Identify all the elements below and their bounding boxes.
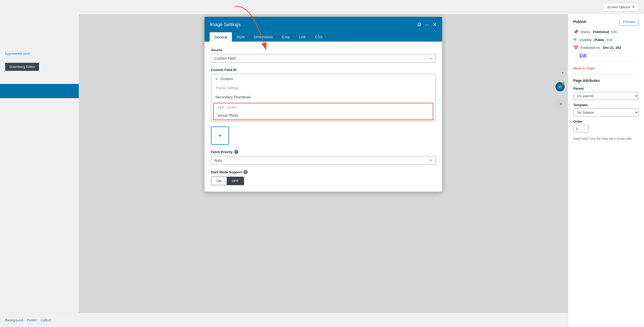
image-settings-modal: Image Settings ⚙ — ✕ General Style Dimen… (205, 17, 442, 192)
modal-header: Image Settings ⚙ — ✕ (205, 17, 442, 32)
toggle-off-button[interactable]: OFF (227, 177, 244, 185)
visibility-label: Visibility: (579, 38, 592, 42)
template-select[interactable]: No Sidebar (573, 108, 639, 116)
status-row: 📌 Status: Published Edit (573, 29, 639, 34)
acf-event-label: ACF – Event (217, 105, 237, 109)
modal-minimize-button[interactable]: — (425, 22, 429, 27)
tab-general[interactable]: General (210, 32, 232, 42)
add-button-wrapper: + (211, 127, 436, 145)
modal-overlay: Image Settings ⚙ — ✕ General Style Dimen… (79, 14, 568, 327)
custom-field-id-label: Custom Field ID (211, 68, 436, 72)
modal-gear-icon[interactable]: ⚙ (417, 21, 422, 28)
visibility-icon: 👁 (573, 37, 577, 42)
footer-link[interactable]: Footer (27, 318, 37, 322)
published-label: Published on: (580, 46, 601, 50)
status-icon: 📌 (573, 29, 578, 34)
dropdown-item-venue-photo[interactable]: Venue Photo (214, 111, 433, 120)
dropdown-item-secondary-thumbnail[interactable]: Secondary Thumbnail (211, 92, 435, 102)
right-sidebar: Publish Preview 📌 Status: Published Edit… (568, 14, 644, 327)
sidebar-divider-2 (573, 74, 639, 75)
screen-options-button[interactable]: Screen Options (603, 3, 639, 11)
visibility-row: 👁 Visibility: Public Edit (573, 37, 639, 42)
status-edit-link[interactable]: Edit (611, 30, 617, 34)
parent-select[interactable]: (no parent) (573, 92, 639, 100)
theme-settings-label: Theme Settings (215, 86, 239, 90)
order-input[interactable] (573, 125, 589, 133)
tab-crop[interactable]: Crop (277, 32, 294, 42)
dropdown-group-theme-settings: Theme Settings (211, 83, 435, 92)
tab-style[interactable]: Style (232, 32, 249, 42)
dark-mode-label: Dark Mode Support ? (211, 170, 436, 174)
source-label: Source (211, 48, 436, 52)
custom-label: Custom (221, 77, 233, 81)
parent-label: Parent (573, 87, 639, 90)
order-label: Order (573, 120, 639, 123)
highlighted-group: ACF – Event Venue Photo (213, 103, 433, 120)
modal-body: Source Custom Field Featured Image Media… (205, 42, 442, 192)
top-bar: Screen Options (0, 0, 644, 14)
background-link[interactable]: Background (5, 318, 23, 322)
tab-css[interactable]: CSS (310, 32, 327, 42)
status-label: Status: (580, 30, 591, 34)
publish-title: Publish (573, 20, 586, 24)
published-value: Dec 21, 202 (603, 46, 621, 50)
visibility-value: Public (594, 38, 604, 42)
bg-site-link[interactable]: hepowered.com/ (5, 52, 30, 56)
venue-photo-label: Venue Photo (217, 113, 238, 118)
move-to-trash-link[interactable]: Move to Trash (573, 66, 594, 70)
status-value: Published (593, 30, 609, 34)
dropdown-item-custom[interactable]: Custom (211, 74, 435, 83)
fetch-priority-help-icon[interactable]: ? (234, 150, 238, 154)
dark-mode-toggle-group: ON OFF (211, 177, 244, 185)
sidebar-help-text: Need help? Use the Help tab a screen tit… (573, 137, 639, 141)
toggle-on-button[interactable]: ON (211, 177, 227, 185)
gutenberg-editor-button[interactable]: Gutenberg Editor (5, 63, 39, 71)
custom-field-dropdown-list: Custom Theme Settings Secondary Thumbnai… (211, 74, 436, 121)
add-field-button[interactable]: + (211, 127, 229, 145)
published-edit-link[interactable]: Edit (579, 53, 587, 58)
tab-link[interactable]: Link (294, 32, 310, 42)
calendar-icon: 📅 (573, 45, 578, 50)
fetch-priority-select[interactable]: Auto High Low (211, 156, 436, 165)
template-label: Template (573, 103, 639, 107)
sidebar-divider-1 (573, 62, 639, 62)
preview-button[interactable]: Preview (619, 19, 639, 26)
bg-blue-bar (0, 84, 79, 98)
modal-title: Image Settings (210, 22, 241, 27)
modal-header-actions: ⚙ — ✕ (417, 21, 437, 28)
dark-mode-help-icon[interactable]: ? (244, 170, 248, 174)
fetch-priority-label: Fetch Priority ? (211, 150, 436, 154)
dropdown-group-acf-event: ACF – Event (214, 103, 433, 111)
source-select[interactable]: Custom Field Featured Image Media Librar… (211, 54, 436, 63)
published-row: 📅 Published on: Dec 21, 202 (573, 45, 639, 50)
bg-left-panel: hepowered.com/ Gutenberg Editor (0, 14, 79, 327)
visibility-edit-link[interactable]: Edit (607, 38, 612, 42)
secondary-thumbnail-label: Secondary Thumbnail (215, 95, 250, 99)
modal-tabs: General Style Dimensions Crop Link CSS (205, 32, 442, 42)
modal-close-button[interactable]: ✕ (433, 21, 437, 28)
callout-link[interactable]: Callout (41, 318, 51, 322)
bg-bottom-bar: Background Footer Callout (0, 313, 568, 327)
tab-dimensions[interactable]: Dimensions (249, 32, 277, 42)
page-attributes-title: Page Attributes (573, 79, 639, 83)
